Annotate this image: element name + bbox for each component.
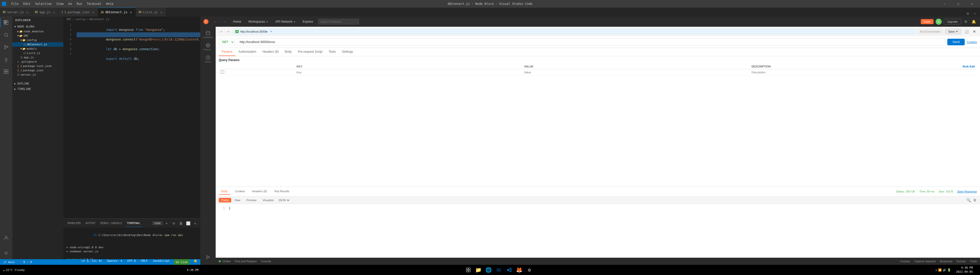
resp-tab-headers[interactable]: Headers (8) xyxy=(250,188,269,195)
activity-extensions[interactable] xyxy=(0,65,12,77)
tab-settings[interactable]: Settings xyxy=(339,48,356,56)
cookies-button[interactable]: Cookies xyxy=(967,41,977,44)
find-replace-btn[interactable]: Find and Replace xyxy=(235,260,257,263)
tree-livro[interactable]: ⬡ Livro.js xyxy=(12,51,63,55)
show-desktop-btn[interactable] xyxy=(976,265,978,275)
status-encoding[interactable]: UTF-8 xyxy=(126,259,137,265)
project-root[interactable]: ▼ NODE ALURA xyxy=(12,24,63,29)
next-tab-btn[interactable]: → xyxy=(225,29,231,34)
menu-help[interactable]: Help xyxy=(104,0,116,8)
tab-server-js[interactable]: JS server.js ✕ xyxy=(0,8,32,17)
raw-view-btn[interactable]: Raw xyxy=(232,198,243,202)
prev-tab-btn[interactable]: ← xyxy=(219,29,224,34)
tab-pre-request[interactable]: Pre-request Script xyxy=(295,48,326,56)
menu-run[interactable]: Run xyxy=(75,0,84,8)
resp-tab-cookies[interactable]: Cookies xyxy=(232,188,248,195)
tree-node-modules[interactable]: ▶ 📁 node_modules xyxy=(12,29,63,33)
tab-dbconnect-js[interactable]: JS dbConnect.js ✕ xyxy=(98,8,136,17)
maximize-button[interactable]: □ xyxy=(953,0,964,8)
taskbar-clock[interactable]: 4:38 PM 2022-09-05 xyxy=(954,266,975,274)
tab-close-icon[interactable]: ✕ xyxy=(25,10,29,14)
activity-explorer[interactable] xyxy=(0,17,12,29)
nav-explore[interactable]: Explore xyxy=(301,19,315,24)
tab-close-icon[interactable]: ✕ xyxy=(91,10,95,14)
format-selector[interactable]: JSON xyxy=(277,198,290,202)
add-tab-btn[interactable]: + xyxy=(270,30,272,33)
tree-app[interactable]: ⬡ app.js xyxy=(12,55,63,60)
save-response-btn[interactable]: Save Response xyxy=(957,190,977,193)
taskbar-task-view[interactable] xyxy=(464,266,473,275)
nav-api-network[interactable]: API Network ▼ xyxy=(273,19,298,24)
bootcamp-status-btn[interactable]: Bootcamp xyxy=(940,260,953,263)
status-branch[interactable]: ⎇ main xyxy=(2,261,16,264)
activity-account[interactable] xyxy=(0,232,12,244)
kill-terminal-btn[interactable]: 🗑 xyxy=(178,220,184,226)
tab-close-icon[interactable]: ✕ xyxy=(129,10,133,14)
tab-package-json[interactable]: { } package.json ✕ xyxy=(59,8,98,17)
tab-problems[interactable]: PROBLEMS xyxy=(65,220,83,227)
terminal-content[interactable]: PS C:\Users\eriks\Desktop\Dev\Node Alura… xyxy=(63,228,200,259)
taskbar-chrome[interactable]: 🌐 xyxy=(484,266,493,275)
pm-runner-icon[interactable] xyxy=(202,251,213,263)
tab-auth[interactable]: Authorization xyxy=(235,48,259,56)
split-terminal-btn[interactable]: ⊟ xyxy=(171,220,177,226)
tab-close-icon[interactable]: ✕ xyxy=(52,10,56,14)
tab-tests[interactable]: Tests xyxy=(326,48,339,56)
trash-status-btn[interactable]: Trash xyxy=(970,260,977,263)
code-content[interactable]: import mongoose from "mongoose"; mongoos… xyxy=(73,22,200,218)
method-selector[interactable]: GET xyxy=(219,39,235,45)
menu-view[interactable]: View xyxy=(54,0,66,8)
activity-settings[interactable] xyxy=(0,247,12,259)
tab-terminal[interactable]: TERMINAL xyxy=(125,220,142,227)
taskbar-settings[interactable]: ⚙ xyxy=(525,266,534,275)
breadcrumb-src[interactable]: SRC xyxy=(66,17,72,21)
tab-close-icon[interactable]: ✕ xyxy=(159,10,163,14)
settings-icon[interactable]: ⚙ xyxy=(963,19,969,24)
activity-source-control[interactable] xyxy=(0,41,12,53)
search-response-btn[interactable]: 🔍 xyxy=(966,198,972,203)
environment-selector[interactable]: No Environment xyxy=(917,29,943,34)
add-terminal-btn[interactable]: + xyxy=(164,220,170,226)
menu-selection[interactable]: Selection xyxy=(33,0,54,8)
search-input[interactable] xyxy=(318,19,359,24)
tree-src[interactable]: ▼ 📂 SRC xyxy=(12,33,63,38)
tree-server[interactable]: ⬡ server.js xyxy=(12,73,63,77)
pm-history-icon[interactable]: History xyxy=(202,53,213,65)
activity-run-debug[interactable] xyxy=(0,53,12,65)
save-button[interactable]: Save ▼ xyxy=(945,29,961,34)
pretty-view-btn[interactable]: Pretty xyxy=(219,198,231,202)
breadcrumb-config[interactable]: config xyxy=(75,17,86,21)
invite-button[interactable]: Invite xyxy=(921,19,934,24)
close-button[interactable]: ✕ xyxy=(966,0,978,8)
bulk-edit-btn[interactable]: Bulk Edit xyxy=(963,65,975,68)
tree-package[interactable]: { } package.json xyxy=(12,68,63,73)
close-terminal-btn[interactable]: ✕ xyxy=(192,220,198,226)
minimize-button[interactable]: ─ xyxy=(939,0,950,8)
tree-models[interactable]: ▼ 📂 models xyxy=(12,47,63,51)
status-spaces[interactable]: Spaces: 4 xyxy=(106,259,123,265)
tree-config[interactable]: ▼ 📂 config xyxy=(12,38,63,42)
notification-icon[interactable]: 🔔 xyxy=(970,19,977,24)
online-label[interactable]: Online xyxy=(223,260,231,263)
cookies-status-btn[interactable]: Cookies xyxy=(900,260,910,263)
tab-headers[interactable]: Headers (8) xyxy=(259,48,282,56)
split-editor-btn[interactable]: ⊟ xyxy=(965,10,971,17)
maximize-panel-btn[interactable]: ⬜ xyxy=(963,29,970,34)
taskbar-file-explorer[interactable]: 📁 xyxy=(474,266,483,275)
maximize-terminal-btn[interactable]: ⬜ xyxy=(185,220,191,226)
tab-body[interactable]: Body xyxy=(282,48,295,56)
nav-workspaces[interactable]: Workspaces ▼ xyxy=(246,19,270,24)
status-errors[interactable]: ✕ 0 ⚠ 0 xyxy=(19,261,33,264)
speaker-icon[interactable]: 🔊 xyxy=(943,269,946,272)
tree-gitignore[interactable]: ⊙ .gitignore xyxy=(12,60,63,64)
visualize-view-btn[interactable]: Visualize xyxy=(260,198,277,202)
status-language[interactable]: JavaScript xyxy=(151,259,170,265)
tree-dbconnect[interactable]: ⬡ dbConnect.js xyxy=(12,42,63,47)
param-key-input[interactable] xyxy=(297,71,520,74)
battery-icon[interactable]: 🔋 xyxy=(947,269,951,272)
taskbar-vscode[interactable] xyxy=(504,266,514,275)
menu-go[interactable]: Go xyxy=(66,0,74,8)
network-icon[interactable]: 📶 xyxy=(938,269,942,272)
preview-view-btn[interactable]: Preview xyxy=(244,198,259,202)
tree-package-lock[interactable]: { } package-lock.json xyxy=(12,64,63,68)
